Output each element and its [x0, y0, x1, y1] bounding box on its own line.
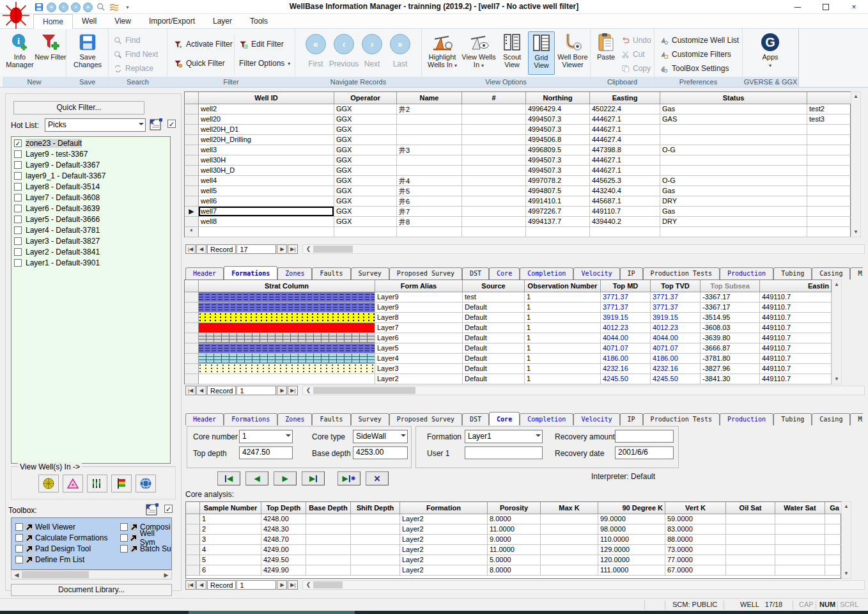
data-cell[interactable]: 129.0000	[598, 545, 665, 555]
data-cell[interactable]: -3608.03	[701, 323, 760, 333]
core-delete-record-button[interactable]: ✕	[366, 471, 389, 485]
data-cell[interactable]: 4997078.2	[526, 176, 590, 186]
table-row[interactable]: well30H_DGGX4994507.3444627.1	[185, 166, 850, 176]
data-cell[interactable]: -3841.30	[701, 374, 760, 384]
table-row[interactable]: 34248.70Layer29.0000110.000088.0000	[186, 535, 841, 545]
data-cell[interactable]: Layer2	[400, 565, 488, 576]
table-row[interactable]: 54249.50Layer25.0000120.000077.0000	[186, 555, 841, 565]
data-cell[interactable]: 4248.70	[261, 535, 306, 545]
data-cell[interactable]: Layer5	[375, 343, 463, 354]
data-cell[interactable]: 449110.7	[760, 343, 832, 354]
toolbox-item[interactable]: Well Viewer	[15, 522, 75, 531]
data-cell[interactable]: well20H_Drilling	[199, 135, 334, 145]
data-cell[interactable]: O-G	[660, 145, 807, 155]
data-cell[interactable]: 4071.07	[601, 343, 651, 354]
view-in-strat-button[interactable]	[111, 475, 132, 492]
data-cell[interactable]: 井3	[397, 145, 462, 155]
table-row[interactable]: well6GGX井64991410.1445687.1DRY	[185, 196, 850, 207]
column-header[interactable]: Northing	[526, 92, 590, 104]
data-cell[interactable]	[660, 125, 807, 135]
pick-list-item[interactable]: Layer9 - Default-3367	[14, 160, 170, 169]
data-cell[interactable]: 4994807.5	[526, 186, 590, 196]
data-cell[interactable]: GGX	[334, 104, 397, 114]
table-row[interactable]: Layer4Default14186.004186.00-3781.804491…	[185, 354, 831, 364]
data-cell[interactable]	[397, 166, 462, 176]
row-selector[interactable]	[185, 364, 199, 374]
column-header[interactable]: Shift Depth	[351, 502, 400, 514]
data-cell[interactable]: DRY	[660, 196, 807, 207]
data-cell[interactable]	[351, 565, 400, 576]
data-cell[interactable]: Layer6	[375, 333, 463, 343]
column-header[interactable]	[807, 92, 851, 104]
data-cell[interactable]	[726, 555, 775, 565]
scrollbar-thumb[interactable]	[22, 571, 89, 578]
data-cell[interactable]: 11.0000	[488, 524, 541, 535]
data-cell[interactable]	[726, 545, 775, 555]
data-cell[interactable]: 83.0000	[665, 524, 726, 535]
tab-proposed-survey[interactable]: Proposed Survey	[389, 413, 462, 425]
table-row[interactable]: well30HGGX4994507.3444627.1	[185, 155, 850, 166]
row-selector[interactable]	[185, 374, 199, 384]
record-prev-icon[interactable]: ◀	[196, 580, 206, 590]
record-prev-icon[interactable]: ◀	[196, 244, 206, 254]
strat-column-cell[interactable]	[199, 323, 375, 333]
data-cell[interactable]	[351, 524, 400, 535]
tab-core[interactable]: Core	[489, 412, 520, 425]
column-header[interactable]: Observation Number	[525, 280, 601, 292]
previous-button[interactable]: ‹	[334, 34, 354, 54]
data-cell[interactable]	[397, 135, 462, 145]
data-cell[interactable]	[775, 565, 825, 576]
data-cell[interactable]: -3781.80	[701, 354, 760, 364]
tab-casing[interactable]: Casing	[812, 267, 850, 279]
data-cell[interactable]: 449110.7	[760, 323, 832, 333]
data-cell[interactable]: Default	[463, 374, 525, 384]
ribbon-tab-well[interactable]: Well	[73, 14, 105, 29]
data-cell[interactable]: 3919.15	[651, 313, 701, 323]
data-cell[interactable]	[726, 514, 775, 524]
toolbox-item[interactable]: Well Sym	[120, 533, 171, 542]
data-cell[interactable]: 120.0000	[598, 555, 665, 565]
core-type-dropdown[interactable]: SideWall	[353, 430, 408, 443]
cut-button[interactable]: Cut	[621, 48, 645, 61]
tab-production[interactable]: Production	[720, 267, 773, 279]
data-cell[interactable]: 110.0000	[598, 535, 665, 545]
toolbox-item[interactable]: Pad Design Tool	[15, 544, 91, 553]
table-row[interactable]: Layer8Default13919.153919.15-3514.954491…	[185, 313, 831, 323]
row-selector[interactable]	[185, 217, 199, 227]
strat-column-cell[interactable]	[199, 292, 375, 303]
strat-column-cell[interactable]	[199, 333, 375, 343]
data-cell[interactable]	[825, 545, 842, 555]
data-cell[interactable]: -3514.95	[701, 313, 760, 323]
data-cell[interactable]: Default	[463, 333, 525, 343]
row-selector[interactable]	[185, 125, 199, 135]
row-selector[interactable]	[185, 186, 199, 196]
pick-list-item[interactable]: Layer6 - Default-3639	[14, 203, 170, 213]
data-cell[interactable]	[660, 227, 807, 237]
data-cell[interactable]: 3771.37	[601, 303, 651, 313]
data-cell[interactable]: 4996429.4	[526, 104, 590, 114]
data-cell[interactable]: 73.0000	[665, 545, 726, 555]
row-selector[interactable]	[185, 135, 199, 145]
data-cell[interactable]: 111.0000	[598, 565, 665, 576]
table-row[interactable]: well20GGX4994507.3444627.1GAStest3	[185, 114, 850, 125]
tab-header[interactable]: Header	[185, 267, 224, 279]
data-cell[interactable]: 449110.7	[760, 333, 832, 343]
record-next-icon[interactable]: ▶	[277, 386, 287, 395]
data-cell[interactable]: 449110.7	[760, 354, 832, 364]
apps-button[interactable]: G Apps▾	[754, 31, 786, 75]
row-selector[interactable]	[185, 155, 199, 166]
tab-completion[interactable]: Completion	[520, 413, 573, 425]
data-cell[interactable]: well20	[199, 114, 334, 125]
data-cell[interactable]: Gas	[660, 186, 807, 196]
data-cell[interactable]	[807, 155, 851, 166]
column-header[interactable]: Water Sat	[775, 502, 825, 514]
data-cell[interactable]	[351, 555, 400, 565]
data-cell[interactable]	[775, 545, 825, 555]
column-header[interactable]: Top Subsea	[701, 280, 760, 292]
data-cell[interactable]	[351, 545, 400, 555]
recovery-date-input[interactable]: 2001/6/6	[615, 446, 674, 459]
view-wells-in-button[interactable]: View Wells In ▾	[461, 31, 496, 75]
record-number-input[interactable]: 17	[236, 244, 276, 254]
record-next-icon[interactable]: ▶	[277, 244, 287, 254]
checkbox-icon[interactable]	[14, 237, 22, 245]
